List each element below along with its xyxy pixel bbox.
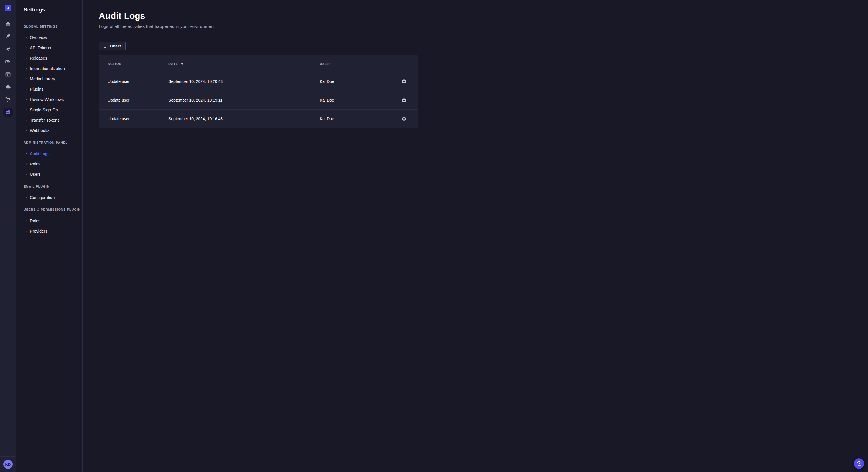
eye-icon — [402, 98, 406, 102]
media-library-icon — [5, 59, 11, 64]
bullet-icon — [26, 231, 27, 232]
bullet-icon — [26, 220, 27, 222]
cell-date: September 10, 2024, 10:16:48 — [168, 116, 320, 121]
bullet-icon — [26, 174, 27, 175]
section-label-administration-panel: ADMINISTRATION PANEL — [24, 141, 82, 144]
bullet-icon — [26, 47, 27, 48]
sidebar-item-email-configuration[interactable]: Configuration — [24, 193, 82, 203]
section-label-global-settings: GLOBAL SETTINGS — [24, 25, 82, 28]
nav-home-button[interactable] — [3, 19, 13, 29]
cell-date: September 10, 2024, 10:19:11 — [168, 98, 320, 102]
cell-action: Update user — [99, 116, 168, 121]
sidebar-item-plugins[interactable]: Plugins — [24, 84, 82, 94]
users-permissions-list: Roles Providers — [24, 216, 82, 236]
filters-button-label: Filters — [110, 44, 121, 48]
bullet-icon — [26, 78, 27, 79]
nav-send-button[interactable] — [3, 44, 13, 54]
email-plugin-list: Configuration — [24, 193, 82, 203]
home-icon — [5, 21, 11, 26]
paper-plane-icon — [5, 46, 11, 52]
bullet-icon — [26, 68, 27, 69]
cell-action: Update user — [99, 98, 168, 102]
cell-date: September 10, 2024, 10:20:43 — [168, 79, 320, 84]
bullet-icon — [26, 37, 27, 38]
column-header-user: USER — [320, 62, 391, 65]
cell-view — [391, 96, 417, 104]
view-details-button[interactable] — [400, 96, 408, 104]
filter-icon — [103, 45, 107, 47]
cart-icon — [5, 97, 11, 102]
nav-cloud-button[interactable] — [3, 82, 13, 92]
nav-settings-button[interactable] — [3, 107, 13, 117]
sidebar-item-up-roles[interactable]: Roles — [24, 216, 82, 226]
cell-view — [391, 77, 417, 86]
column-header-action: ACTION — [99, 62, 168, 65]
bullet-icon — [26, 164, 27, 165]
cell-user: Kai Doe — [320, 116, 391, 121]
sidebar-title: Settings — [24, 0, 82, 13]
table-header-row: ACTION DATE USER — [99, 55, 417, 72]
sort-desc-icon — [181, 63, 184, 65]
bullet-icon — [26, 89, 27, 90]
strapi-logo-button[interactable] — [0, 0, 16, 16]
table-row[interactable]: Update user September 10, 2024, 10:19:11… — [99, 91, 417, 109]
cell-user: Kai Doe — [320, 98, 391, 102]
table-row[interactable]: Update user September 10, 2024, 10:20:43… — [99, 72, 417, 91]
bullet-icon — [26, 130, 27, 131]
nav-feather-button[interactable] — [3, 31, 13, 42]
bullet-icon — [26, 109, 27, 110]
section-label-email-plugin: EMAIL PLUGIN — [24, 185, 82, 189]
active-nav-tile — [3, 107, 12, 117]
sidebar-item-up-providers[interactable]: Providers — [24, 226, 82, 236]
sidebar-item-single-sign-on[interactable]: Single Sign-On — [24, 105, 82, 115]
sidebar-item-releases[interactable]: Releases — [24, 53, 82, 63]
strapi-logo — [5, 5, 11, 11]
settings-sidebar: Settings GLOBAL SETTINGS Overview API To… — [17, 0, 83, 236]
sidebar-item-review-workflows[interactable]: Review Workflows — [24, 94, 82, 105]
sidebar-item-api-tokens[interactable]: API Tokens — [24, 43, 82, 53]
strapi-logo-icon — [6, 6, 10, 10]
nav-marketplace-button[interactable] — [3, 94, 13, 105]
cell-user: Kai Doe — [320, 79, 391, 84]
table-row[interactable]: Update user September 10, 2024, 10:16:48… — [99, 109, 417, 128]
sidebar-item-admin-roles[interactable]: Roles — [24, 159, 82, 169]
global-settings-list: Overview API Tokens Releases Internation… — [24, 32, 82, 136]
column-header-date[interactable]: DATE — [168, 62, 320, 65]
bullet-icon — [26, 58, 27, 59]
bullet-icon — [26, 197, 27, 198]
administration-panel-list: Audit Logs Roles Users — [24, 148, 82, 179]
view-details-button[interactable] — [400, 77, 408, 86]
page-subtitle: Logs of all the activities that happened… — [99, 24, 434, 29]
cloud-icon — [5, 84, 11, 90]
title-divider — [24, 16, 30, 17]
cell-action: Update user — [99, 79, 168, 84]
main-nav-rail: KD — [0, 0, 17, 236]
bullet-icon — [26, 153, 27, 154]
filters-button[interactable]: Filters — [99, 42, 126, 50]
active-indicator — [82, 148, 82, 159]
eye-icon — [402, 117, 406, 121]
audit-logs-table: ACTION DATE USER Update user September 1… — [99, 55, 418, 128]
sidebar-item-transfer-tokens[interactable]: Transfer Tokens — [24, 115, 82, 125]
sidebar-item-audit-logs[interactable]: Audit Logs — [24, 148, 82, 159]
nav-layout-button[interactable] — [3, 69, 13, 79]
sidebar-item-internationalization[interactable]: Internationalization — [24, 63, 82, 74]
sidebar-item-webhooks[interactable]: Webhooks — [24, 125, 82, 136]
rail-nav-icons — [3, 16, 13, 117]
eye-icon — [402, 79, 406, 83]
section-label-users-permissions-plugin: USERS & PERMISSIONS PLUGIN — [24, 208, 82, 212]
sidebar-item-overview[interactable]: Overview — [24, 32, 82, 43]
bullet-icon — [26, 99, 27, 100]
view-details-button[interactable] — [400, 114, 408, 123]
cell-view — [391, 114, 417, 123]
sidebar-item-admin-users[interactable]: Users — [24, 169, 82, 179]
sidebar-item-media-library[interactable]: Media Library — [24, 74, 82, 84]
main-content: Audit Logs Logs of all the activities th… — [83, 0, 434, 236]
settings-gear-icon — [5, 109, 11, 115]
page-title: Audit Logs — [99, 11, 434, 21]
nav-media-button[interactable] — [3, 57, 13, 67]
bullet-icon — [26, 120, 27, 121]
feather-icon — [5, 34, 11, 39]
layout-icon — [5, 72, 11, 77]
